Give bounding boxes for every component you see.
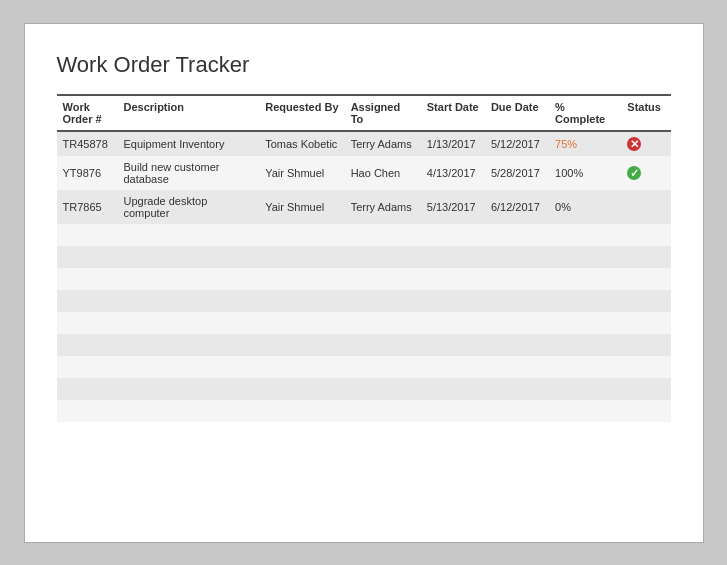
table-row: TR7865Upgrade desktop computerYair Shmue…	[57, 190, 671, 224]
empty-cell	[345, 378, 421, 400]
empty-cell	[621, 268, 670, 290]
empty-cell	[549, 246, 621, 268]
empty-cell	[345, 268, 421, 290]
cell-duedate: 5/28/2017	[485, 156, 549, 190]
empty-row	[57, 290, 671, 312]
empty-cell	[549, 356, 621, 378]
empty-cell	[345, 334, 421, 356]
empty-row	[57, 224, 671, 246]
empty-cell	[549, 378, 621, 400]
empty-cell	[549, 290, 621, 312]
empty-cell	[421, 334, 485, 356]
empty-cell	[345, 356, 421, 378]
empty-cell	[345, 246, 421, 268]
empty-cell	[621, 224, 670, 246]
cell-description: Build new customer database	[118, 156, 260, 190]
empty-cell	[621, 378, 670, 400]
empty-row	[57, 268, 671, 290]
empty-cell	[259, 378, 344, 400]
col-header-startdate: Start Date	[421, 95, 485, 131]
table-row: YT9876Build new customer databaseYair Sh…	[57, 156, 671, 190]
empty-cell	[621, 334, 670, 356]
cell-startdate: 4/13/2017	[421, 156, 485, 190]
empty-row	[57, 400, 671, 422]
empty-row	[57, 246, 671, 268]
work-order-table: WorkOrder # Description Requested By Ass…	[57, 94, 671, 422]
cell-complete: 100%	[549, 156, 621, 190]
empty-cell	[421, 224, 485, 246]
empty-cell	[345, 312, 421, 334]
cell-status	[621, 190, 670, 224]
empty-cell	[485, 246, 549, 268]
empty-cell	[549, 312, 621, 334]
cell-workorder: TR45878	[57, 131, 118, 156]
col-header-assignedto: Assigned To	[345, 95, 421, 131]
empty-cell	[345, 224, 421, 246]
empty-cell	[259, 290, 344, 312]
empty-cell	[621, 312, 670, 334]
empty-cell	[259, 334, 344, 356]
empty-cell	[118, 312, 260, 334]
cell-requestedby: Yair Shmuel	[259, 156, 344, 190]
cell-requestedby: Yair Shmuel	[259, 190, 344, 224]
empty-cell	[118, 400, 260, 422]
empty-cell	[485, 378, 549, 400]
empty-cell	[621, 356, 670, 378]
cell-duedate: 6/12/2017	[485, 190, 549, 224]
empty-cell	[57, 224, 118, 246]
error-icon: ✕	[627, 137, 641, 151]
col-header-status: Status	[621, 95, 670, 131]
empty-cell	[485, 356, 549, 378]
table-row: TR45878Equipment InventoryTomas KobeticT…	[57, 131, 671, 156]
empty-cell	[549, 400, 621, 422]
empty-cell	[259, 356, 344, 378]
empty-cell	[57, 378, 118, 400]
cell-assignedto: Terry Adams	[345, 131, 421, 156]
cell-status: ✓	[621, 156, 670, 190]
cell-workorder: TR7865	[57, 190, 118, 224]
page-title: Work Order Tracker	[57, 52, 671, 78]
col-header-complete: % Complete	[549, 95, 621, 131]
empty-cell	[485, 312, 549, 334]
empty-cell	[57, 334, 118, 356]
empty-cell	[421, 268, 485, 290]
cell-status: ✕	[621, 131, 670, 156]
empty-row	[57, 378, 671, 400]
cell-assignedto: Terry Adams	[345, 190, 421, 224]
cell-complete: 0%	[549, 190, 621, 224]
empty-cell	[57, 312, 118, 334]
cell-description: Equipment Inventory	[118, 131, 260, 156]
cell-startdate: 5/13/2017	[421, 190, 485, 224]
empty-cell	[345, 290, 421, 312]
empty-cell	[118, 268, 260, 290]
empty-cell	[57, 246, 118, 268]
empty-cell	[421, 400, 485, 422]
page-container: Work Order Tracker WorkOrder # Descripti…	[24, 23, 704, 543]
empty-cell	[549, 224, 621, 246]
empty-row	[57, 356, 671, 378]
empty-cell	[118, 356, 260, 378]
cell-requestedby: Tomas Kobetic	[259, 131, 344, 156]
empty-cell	[485, 334, 549, 356]
empty-cell	[259, 224, 344, 246]
col-header-duedate: Due Date	[485, 95, 549, 131]
empty-cell	[421, 246, 485, 268]
table-header-row: WorkOrder # Description Requested By Ass…	[57, 95, 671, 131]
empty-cell	[57, 400, 118, 422]
empty-cell	[118, 290, 260, 312]
empty-cell	[345, 400, 421, 422]
col-header-workorder: WorkOrder #	[57, 95, 118, 131]
empty-cell	[421, 356, 485, 378]
empty-cell	[118, 334, 260, 356]
empty-cell	[57, 290, 118, 312]
empty-cell	[621, 290, 670, 312]
cell-workorder: YT9876	[57, 156, 118, 190]
empty-cell	[485, 224, 549, 246]
empty-cell	[118, 378, 260, 400]
empty-cell	[57, 268, 118, 290]
cell-startdate: 1/13/2017	[421, 131, 485, 156]
empty-cell	[421, 290, 485, 312]
cell-complete: 75%	[549, 131, 621, 156]
empty-cell	[421, 378, 485, 400]
cell-assignedto: Hao Chen	[345, 156, 421, 190]
